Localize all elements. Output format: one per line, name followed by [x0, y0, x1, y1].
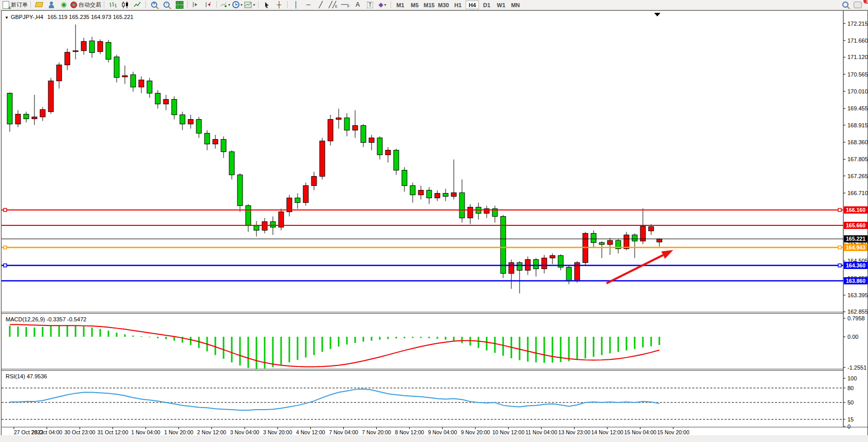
macd-bar [346, 337, 348, 344]
bar-chart-button[interactable] [107, 1, 118, 9]
timeframe-M15[interactable]: M15 [422, 1, 436, 9]
candle [311, 177, 317, 186]
timeframe-group: M1M5M15M30H1H4D1W1MN [393, 0, 523, 9]
candlestick-chart-button[interactable] [119, 1, 131, 9]
tile-windows-button[interactable] [173, 1, 184, 9]
svg-text:1 Nov 04:00: 1 Nov 04:00 [131, 429, 160, 435]
line-chart-button[interactable] [132, 1, 143, 9]
candlestick-chart-icon [121, 2, 129, 8]
svg-text:171.120: 171.120 [847, 54, 867, 60]
timeframe-MN[interactable]: MN [509, 1, 522, 9]
cursor-button[interactable] [261, 1, 272, 9]
candle [15, 114, 21, 124]
price-line-166.160[interactable] [2, 208, 843, 212]
signals-button[interactable]: ◉ [58, 1, 69, 9]
chevron-down-icon: ▾ [241, 3, 243, 7]
notification-badge: 1 [863, 0, 868, 4]
search-button[interactable] [840, 1, 851, 9]
periods-button[interactable]: ▾ [232, 1, 243, 9]
macd-bar [560, 337, 562, 362]
market-watch-button[interactable] [33, 1, 45, 9]
macd-bar [585, 337, 586, 358]
macd-bar [305, 337, 307, 357]
macd-bar [503, 337, 504, 356]
zoom-out-button[interactable]: - [161, 1, 172, 9]
separator [216, 1, 217, 8]
macd-bar [429, 337, 430, 338]
candle [205, 133, 210, 144]
svg-text:165.660: 165.660 [846, 222, 865, 228]
candle [484, 209, 489, 214]
crosshair-button[interactable]: ┼ [273, 1, 285, 9]
notifications-button[interactable]: 1 [852, 1, 863, 9]
candle [106, 43, 111, 60]
gold-icon [35, 2, 43, 7]
text-button[interactable]: A [352, 1, 363, 9]
chart-shift-button[interactable] [202, 1, 214, 9]
window-menu-caret-icon[interactable]: ▼ [5, 15, 9, 20]
timeframe-H4[interactable]: H4 [466, 1, 479, 9]
candle [385, 150, 391, 155]
macd-indicator-label: MACD(12,26,9) -0.3357 -0.5472 [6, 316, 86, 322]
candle [114, 57, 119, 78]
candle [24, 114, 29, 119]
macd-bar [165, 337, 167, 339]
arrows-button[interactable]: ◆▾ [377, 1, 388, 9]
macd-bar [371, 337, 373, 341]
svg-text:0.7958: 0.7958 [847, 315, 865, 321]
candle [394, 150, 399, 170]
svg-text:15 Nov 04:00: 15 Nov 04:00 [624, 429, 657, 435]
strategy-tester-button[interactable] [46, 1, 57, 9]
candle [402, 170, 407, 186]
indicators-button[interactable]: ▾ [219, 1, 231, 9]
price-line-164.943[interactable] [2, 246, 843, 249]
svg-text:1 Nov 20:00: 1 Nov 20:00 [164, 429, 193, 435]
fibonacci-button[interactable]: ╌╌F [340, 1, 351, 9]
separator [287, 1, 288, 8]
vertical-line-icon: │ [294, 2, 298, 8]
trend-arrow[interactable] [606, 250, 673, 283]
macd-bar [116, 333, 118, 337]
candle [237, 175, 243, 206]
macd-bar [577, 337, 578, 360]
candle [591, 234, 596, 243]
svg-text:169.455: 169.455 [847, 105, 867, 111]
panel-separators [2, 312, 843, 371]
candle [443, 194, 448, 197]
indicators-icon [220, 2, 227, 8]
timeframe-H1[interactable]: H1 [451, 1, 465, 9]
svg-text:163.395: 163.395 [847, 292, 867, 298]
candle [163, 100, 169, 104]
svg-text:4 Nov 12:00: 4 Nov 12:00 [296, 429, 325, 435]
macd-bar [108, 331, 109, 337]
candle [32, 117, 37, 119]
auto-scroll-button[interactable] [190, 1, 201, 9]
macd-bar [478, 337, 479, 348]
timeframe-M5[interactable]: M5 [408, 1, 421, 9]
horizontal-line-button[interactable]: ─ [303, 1, 314, 9]
trendline-button[interactable]: ╱ [315, 1, 326, 9]
autotrading-button[interactable]: 自动交易 [70, 1, 101, 9]
new-order-button[interactable]: + 新订单 [3, 1, 28, 9]
svg-text:10 Nov 12:00: 10 Nov 12:00 [492, 429, 525, 435]
svg-text:164.943: 164.943 [846, 244, 865, 251]
price-line-164.360[interactable] [2, 264, 843, 267]
text-label-button[interactable]: T [364, 1, 376, 9]
chart-window[interactable]: 172.215171.660171.120170.565170.010169.4… [1, 10, 868, 436]
macd-bar [445, 337, 447, 340]
line-chart-icon [134, 2, 141, 8]
mt4-terminal: + 新订单 ◉ 自动交易 + - [0, 0, 868, 442]
timeframe-M1[interactable]: M1 [394, 1, 407, 9]
templates-button[interactable]: ▾ [244, 1, 255, 9]
zoom-in-button[interactable]: + [149, 1, 160, 9]
equidistant-channel-button[interactable]: ╱╱E [327, 1, 339, 9]
candle [533, 260, 539, 269]
vertical-line-button[interactable]: │ [290, 1, 302, 9]
timeframe-D1[interactable]: D1 [480, 1, 493, 9]
timeframe-W1[interactable]: W1 [494, 1, 508, 9]
new-order-label: 新订单 [11, 1, 28, 9]
timeframe-M30[interactable]: M30 [437, 1, 450, 9]
chart-canvas[interactable]: 172.215171.660171.120170.565170.010169.4… [2, 11, 867, 435]
svg-text:31 Oct 12:00: 31 Oct 12:00 [97, 429, 128, 435]
candle [89, 41, 95, 53]
